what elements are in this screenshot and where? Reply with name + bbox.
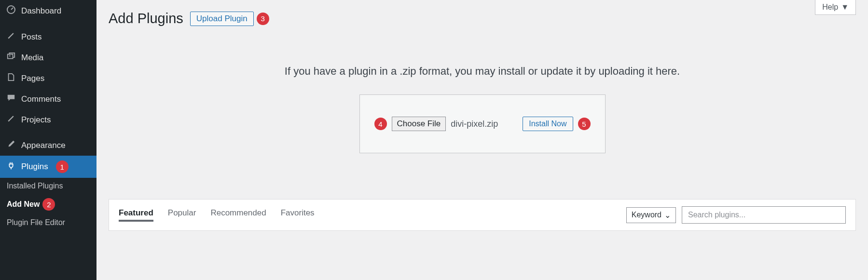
svg-point-2	[9, 55, 11, 57]
tab-recommended[interactable]: Recommended	[210, 208, 266, 222]
sidebar-label: Posts	[21, 32, 42, 42]
dashboard-icon	[6, 5, 16, 17]
submenu-add-new[interactable]: Add New 2	[0, 194, 96, 214]
sidebar-label: Media	[21, 53, 43, 63]
media-icon	[6, 52, 16, 63]
selected-file-name: divi-pixel.zip	[451, 119, 498, 129]
pin-icon	[6, 114, 16, 125]
search-plugins-input[interactable]	[682, 206, 846, 224]
choose-file-button[interactable]: Choose File	[392, 117, 446, 131]
admin-sidebar: Dashboard Posts Media Pages Comments Pro…	[0, 0, 96, 280]
sidebar-item-comments[interactable]: Comments	[0, 89, 96, 109]
upload-box: 4 Choose File divi-pixel.zip Install Now…	[359, 94, 606, 153]
sidebar-item-posts[interactable]: Posts	[0, 27, 96, 47]
search-type-select[interactable]: Keyword ⌄	[626, 207, 676, 223]
tab-favorites[interactable]: Favorites	[281, 208, 315, 222]
sidebar-item-appearance[interactable]: Appearance	[0, 135, 96, 156]
tab-featured[interactable]: Featured	[119, 208, 153, 222]
sidebar-label: Projects	[21, 115, 51, 125]
plugins-submenu: Installed Plugins Add New 2 Plugin File …	[0, 178, 96, 236]
sidebar-label: Appearance	[21, 141, 66, 150]
plug-icon	[6, 161, 16, 173]
chevron-down-icon: ▼	[841, 3, 849, 12]
install-now-button[interactable]: Install Now	[523, 117, 573, 131]
main-content: Help ▼ Add Plugins Upload Plugin 3 If yo…	[96, 0, 868, 280]
sidebar-item-dashboard[interactable]: Dashboard	[0, 0, 96, 22]
step-badge-2: 2	[42, 198, 55, 211]
comment-icon	[6, 93, 16, 105]
submenu-label: Add New	[7, 200, 40, 209]
submenu-plugin-file-editor[interactable]: Plugin File Editor	[0, 214, 96, 231]
sidebar-label: Pages	[21, 74, 44, 83]
submenu-installed-plugins[interactable]: Installed Plugins	[0, 178, 96, 194]
page-title: Add Plugins	[109, 11, 183, 27]
sidebar-label: Plugins	[21, 162, 48, 172]
page-icon	[6, 73, 16, 84]
sidebar-item-plugins[interactable]: Plugins 1	[0, 156, 96, 178]
upload-info-text: If you have a plugin in a .zip format, y…	[109, 65, 856, 78]
tab-popular[interactable]: Popular	[168, 208, 196, 222]
sidebar-item-media[interactable]: Media	[0, 47, 96, 68]
help-tab[interactable]: Help ▼	[815, 0, 856, 15]
brush-icon	[6, 140, 16, 151]
sidebar-item-projects[interactable]: Projects	[0, 109, 96, 130]
sidebar-label: Comments	[21, 94, 61, 104]
help-label: Help	[822, 3, 838, 12]
step-badge-4: 4	[374, 118, 387, 130]
step-badge-1: 1	[56, 160, 69, 173]
sidebar-label: Dashboard	[21, 6, 61, 16]
pin-icon	[6, 31, 16, 42]
step-badge-5: 5	[578, 118, 591, 130]
chevron-down-icon: ⌄	[664, 211, 671, 220]
plugin-tabs-bar: Featured Popular Recommended Favorites K…	[109, 199, 856, 231]
sidebar-item-pages[interactable]: Pages	[0, 68, 96, 89]
upload-plugin-button[interactable]: Upload Plugin	[190, 12, 254, 26]
select-label: Keyword	[632, 211, 661, 219]
step-badge-3: 3	[257, 13, 269, 25]
